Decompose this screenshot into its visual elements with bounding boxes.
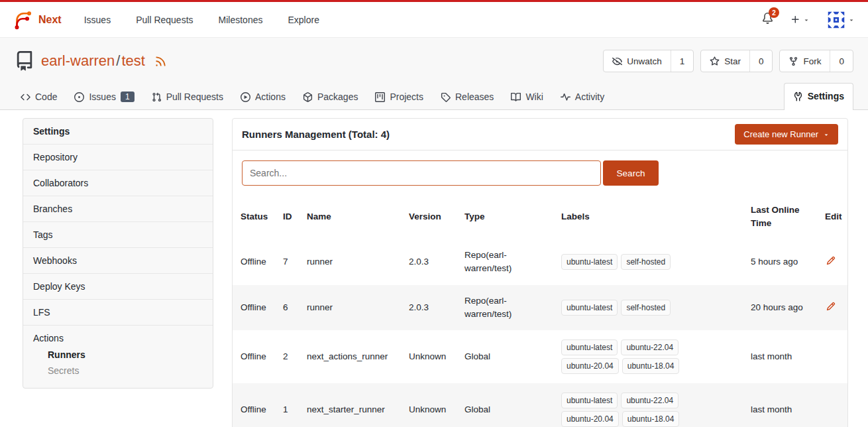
tab-pull-requests[interactable]: Pull Requests (143, 84, 232, 109)
create-new-runner-button[interactable]: Create new Runner (735, 124, 838, 145)
runner-name: next_actions_runner (299, 330, 401, 383)
star-label: Star (724, 56, 741, 66)
top-navbar: Next Issues Pull Requests Milestones Exp… (0, 0, 868, 38)
sidebar-item-repository[interactable]: Repository (23, 145, 213, 170)
runner-id: 1 (275, 383, 299, 427)
runner-id: 6 (275, 285, 299, 331)
runner-type: Global (457, 383, 553, 427)
header-status: Status (233, 194, 275, 239)
header-name: Name (299, 194, 401, 239)
stars-count[interactable]: 0 (749, 50, 773, 72)
tab-code[interactable]: Code (12, 84, 66, 109)
header-version: Version (401, 194, 457, 239)
sidebar-actions-submenu: Runners Secrets (33, 343, 203, 381)
search-input[interactable] (242, 160, 601, 186)
sidebar-title: Settings (23, 119, 213, 145)
label-chip: ubuntu-18.04 (622, 358, 680, 374)
label-chip: ubuntu-20.04 (561, 411, 619, 427)
sidebar-item-runners[interactable]: Runners (48, 347, 203, 363)
label-chip: ubuntu-22.04 (621, 339, 678, 355)
runner-labels: ubuntu-latest ubuntu-22.04 ubuntu-20.04 … (561, 393, 688, 427)
sidebar-item-collaborators[interactable]: Collaborators (23, 170, 213, 196)
runner-last-online: last month (743, 383, 817, 427)
sidebar-item-deploy-keys[interactable]: Deploy Keys (23, 274, 213, 300)
tab-label: Pull Requests (166, 91, 223, 102)
user-menu-dropdown[interactable] (827, 11, 855, 29)
tab-issues[interactable]: Issues 1 (66, 84, 142, 109)
table-row: Offline 6 runner 2.0.3 Repo(earl-warren/… (233, 285, 847, 331)
sidebar-actions-label: Actions (33, 333, 64, 343)
tab-wiki[interactable]: Wiki (502, 84, 551, 109)
sidebar-item-branches[interactable]: Branches (23, 196, 213, 222)
tab-releases[interactable]: Releases (432, 84, 502, 109)
runner-last-online: 5 hours ago (743, 239, 817, 285)
runner-status: Offline (233, 330, 275, 383)
tab-actions[interactable]: Actions (232, 84, 294, 109)
tab-label: Code (35, 91, 57, 102)
tab-projects[interactable]: Projects (366, 84, 432, 109)
unwatch-label: Unwatch (627, 56, 662, 66)
tab-label: Releases (455, 91, 494, 102)
navbar-right: 2 (762, 11, 855, 29)
edit-runner-button[interactable] (825, 300, 837, 314)
repo-separator: / (116, 52, 120, 69)
star-button[interactable]: Star 0 (700, 50, 773, 72)
runner-search-row: Search (233, 151, 847, 194)
caret-down-icon (848, 17, 855, 23)
nav-link-issues[interactable]: Issues (84, 15, 111, 25)
table-row: Offline 7 runner 2.0.3 Repo(earl-warren/… (233, 239, 847, 285)
label-chip: ubuntu-latest (561, 300, 618, 316)
settings-content: Settings Repository Collaborators Branch… (0, 110, 868, 427)
navbar-links: Issues Pull Requests Milestones Explore (84, 15, 319, 25)
runner-last-online: 20 hours ago (743, 285, 817, 331)
runner-type: Global (457, 330, 553, 383)
fork-button[interactable]: Fork 0 (779, 50, 853, 72)
sidebar-item-tags[interactable]: Tags (23, 222, 213, 248)
sidebar-item-secrets[interactable]: Secrets (48, 363, 203, 379)
tab-activity[interactable]: Activity (552, 84, 613, 109)
sidebar-item-lfs[interactable]: LFS (23, 300, 213, 326)
sidebar-item-webhooks[interactable]: Webhooks (23, 248, 213, 274)
sidebar-item-actions[interactable]: Actions Runners Secrets (23, 326, 213, 388)
create-new-dropdown[interactable] (790, 15, 810, 25)
label-chip: ubuntu-latest (561, 254, 618, 270)
table-row: Offline 2 next_actions_runner Unknown Gl… (233, 330, 847, 383)
nav-link-pull-requests[interactable]: Pull Requests (136, 15, 193, 25)
rss-icon[interactable] (154, 55, 167, 68)
issues-count-badge: 1 (121, 91, 135, 102)
runner-labels: ubuntu-latest self-hosted (561, 254, 688, 270)
table-header-row: Status ID Name Version Type Labels Last … (233, 194, 847, 239)
runners-panel: Runners Management (Total: 4) Create new… (232, 118, 848, 427)
package-icon (303, 92, 313, 102)
label-chip: ubuntu-18.04 (622, 411, 680, 427)
repo-title: earl-warren/test (15, 51, 167, 71)
header-edit: Edit (817, 194, 847, 239)
tag-icon (441, 92, 451, 102)
notifications-button[interactable]: 2 (762, 13, 773, 27)
tab-settings[interactable]: Settings (784, 83, 853, 110)
search-button[interactable]: Search (603, 160, 659, 186)
tab-label: Activity (575, 91, 604, 102)
nav-link-explore[interactable]: Explore (288, 15, 319, 25)
runner-version: 2.0.3 (401, 285, 457, 331)
watchers-count[interactable]: 1 (671, 50, 694, 72)
repo-action-buttons: Unwatch 1 Star 0 Fork (603, 50, 853, 72)
forgejo-brand[interactable]: Next (13, 10, 62, 30)
edit-runner-button[interactable] (825, 255, 837, 269)
git-pull-request-icon (152, 92, 162, 102)
repo-owner-link[interactable]: earl-warren (41, 52, 115, 69)
table-row: Offline 1 next_starter_runner Unknown Gl… (233, 383, 847, 427)
header-id: ID (275, 194, 299, 239)
header-last-online: Last Online Time (743, 194, 817, 239)
header-labels: Labels (553, 194, 743, 239)
runners-table: Status ID Name Version Type Labels Last … (233, 194, 847, 427)
create-new-runner-label: Create new Runner (743, 129, 818, 139)
settings-sidebar: Settings Repository Collaborators Branch… (23, 118, 213, 389)
repo-icon (15, 51, 34, 71)
tab-packages[interactable]: Packages (294, 84, 366, 109)
runners-panel-header: Runners Management (Total: 4) Create new… (233, 119, 847, 151)
nav-link-milestones[interactable]: Milestones (219, 15, 263, 25)
unwatch-button[interactable]: Unwatch 1 (603, 50, 694, 72)
repo-name-link[interactable]: test (121, 52, 144, 69)
forks-count[interactable]: 0 (830, 50, 853, 72)
